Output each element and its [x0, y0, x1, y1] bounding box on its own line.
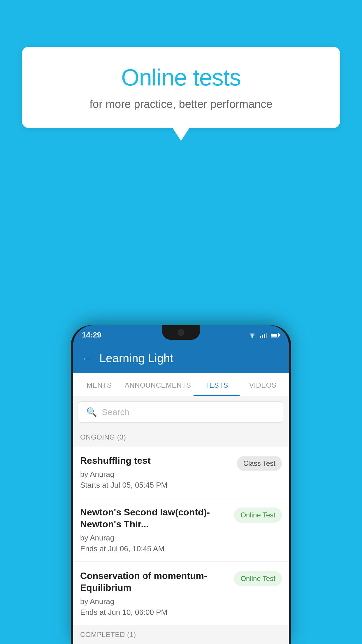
speech-bubble-container: Online tests for more practice, better p… — [22, 47, 340, 128]
test-name: Newton's Second law(contd)-Newton's Thir… — [80, 506, 229, 531]
tab-ments[interactable]: MENTS — [76, 373, 122, 396]
test-by: by Anurag — [80, 597, 229, 606]
tab-announcements[interactable]: ANNOUNCEMENTS — [122, 373, 194, 396]
test-badge-online: Online Test — [234, 508, 282, 523]
search-icon: 🔍 — [86, 407, 97, 417]
camera — [178, 329, 184, 336]
test-item[interactable]: Conservation of momentum-Equilibrium by … — [73, 562, 289, 625]
test-name: Reshuffling test — [80, 455, 232, 467]
speech-bubble-title: Online tests — [45, 64, 317, 91]
app-title: Learning Light — [99, 352, 173, 365]
tab-tests[interactable]: TESTS — [194, 373, 240, 396]
tabs-container: MENTS ANNOUNCEMENTS TESTS VIDEOS — [73, 373, 289, 396]
ongoing-section-header: ONGOING (3) — [73, 428, 289, 447]
search-container: 🔍 Search — [73, 396, 289, 428]
test-badge-online: Online Test — [234, 571, 282, 586]
speech-bubble: Online tests for more practice, better p… — [22, 47, 340, 128]
test-item[interactable]: Newton's Second law(contd)-Newton's Thir… — [73, 498, 289, 562]
status-time: 14:29 — [82, 330, 101, 340]
wifi-icon — [248, 332, 256, 338]
test-by: by Anurag — [80, 533, 229, 542]
back-button[interactable]: ← — [82, 352, 92, 365]
test-time: Ends at Jun 10, 06:00 PM — [80, 608, 229, 617]
search-bar[interactable]: 🔍 Search — [79, 401, 283, 423]
test-badge-class: Class Test — [237, 456, 282, 471]
test-time: Starts at Jul 05, 05:45 PM — [80, 481, 232, 490]
phone-screen: ← Learning Light MENTS ANNOUNCEMENTS TES… — [73, 344, 289, 644]
phone-outer: 14:29 — [73, 325, 289, 644]
test-by: by Anurag — [80, 470, 232, 479]
svg-point-0 — [252, 337, 253, 338]
test-time: Ends at Jul 06, 10:45 AM — [80, 544, 229, 553]
test-list: Reshuffling test by Anurag Starts at Jul… — [73, 447, 289, 625]
completed-section-header: COMPLETED (1) — [73, 625, 289, 644]
status-icons — [248, 332, 280, 338]
signal-icon — [260, 332, 267, 338]
test-info: Reshuffling test by Anurag Starts at Jul… — [80, 455, 232, 490]
speech-bubble-subtitle: for more practice, better performance — [45, 98, 317, 111]
test-item[interactable]: Reshuffling test by Anurag Starts at Jul… — [73, 447, 289, 498]
tab-videos[interactable]: VIDEOS — [240, 373, 286, 396]
app-header: ← Learning Light — [73, 344, 289, 373]
svg-rect-3 — [279, 334, 280, 336]
test-name: Conservation of momentum-Equilibrium — [80, 570, 229, 594]
phone-container: 14:29 — [73, 325, 289, 644]
test-info: Newton's Second law(contd)-Newton's Thir… — [80, 506, 229, 553]
battery-icon — [271, 332, 280, 338]
phone-notch — [162, 325, 200, 340]
test-info: Conservation of momentum-Equilibrium by … — [80, 570, 229, 617]
search-placeholder: Search — [102, 407, 129, 417]
svg-rect-2 — [271, 334, 277, 337]
